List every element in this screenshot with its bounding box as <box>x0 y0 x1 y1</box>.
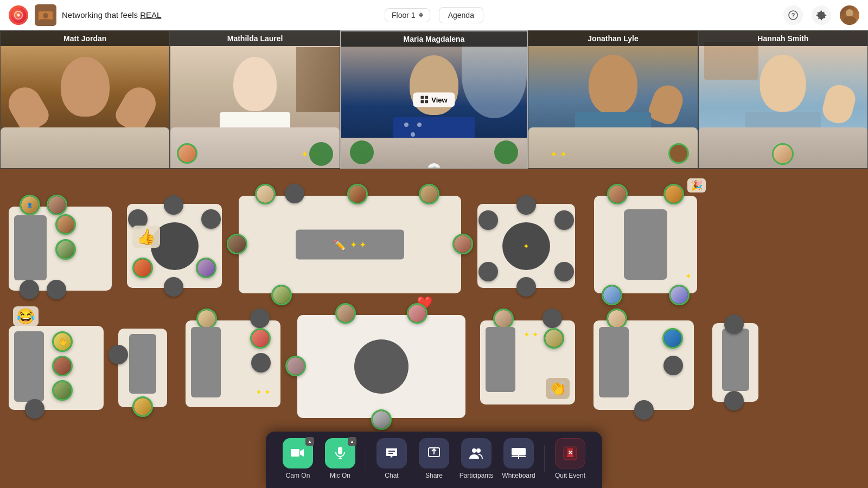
seat-t10-t1 <box>493 309 514 329</box>
table-7 <box>118 329 167 407</box>
chair-mathilda <box>309 142 333 166</box>
sparkle-t4: ✦ <box>523 242 529 251</box>
share-button[interactable] <box>419 438 449 468</box>
chat-button[interactable] <box>376 438 407 468</box>
surface-t5 <box>624 209 667 280</box>
cam-on-button[interactable]: ▲ <box>283 438 313 468</box>
toolbar-share[interactable]: Share <box>415 438 453 479</box>
seat-t6-r2 <box>52 356 73 376</box>
surface-t8 <box>191 327 221 397</box>
svg-rect-13 <box>425 100 428 104</box>
laugh-reaction-t6: 😂 <box>13 306 39 326</box>
agenda-button[interactable]: Agenda <box>439 7 483 23</box>
table-10: ✦ ✦ 👏 <box>480 320 575 404</box>
clap-reaction-t10: 👏 <box>546 378 570 399</box>
cam-chevron[interactable]: ▲ <box>305 437 314 446</box>
name-matt: Matt Jordan <box>1 31 169 46</box>
seat-t11-r2 <box>663 356 683 375</box>
seat-t6-r3 <box>52 380 73 401</box>
surface-t10 <box>486 327 515 392</box>
face-mathilda <box>233 57 277 111</box>
svg-point-1 <box>17 14 20 16</box>
participants-button[interactable] <box>461 438 492 468</box>
seat-t1-5 <box>20 280 39 299</box>
mini-av-face-mathilda <box>178 145 196 162</box>
settings-icon[interactable] <box>812 5 831 25</box>
app-logo[interactable] <box>9 5 28 25</box>
toolbar-cam-on[interactable]: ▲ Cam On <box>279 438 317 479</box>
desk-jonathan: ✦ ✦ <box>528 127 697 168</box>
seat-t1-6 <box>47 280 66 299</box>
dot1 <box>404 123 409 127</box>
surface-t12 <box>722 329 749 391</box>
user-avatar[interactable] <box>840 5 859 25</box>
name-hannah: Hannah Smith <box>699 31 867 46</box>
view-button[interactable]: View <box>413 92 455 107</box>
svg-point-9 <box>843 16 856 25</box>
event-thumbnail[interactable] <box>35 4 56 26</box>
art-hannah <box>704 42 758 80</box>
seat-t11-t1 <box>607 309 627 329</box>
toolbar-divider-2 <box>544 445 545 472</box>
quit-event-button[interactable] <box>555 438 585 468</box>
mic-on-label: Mic On <box>330 472 350 479</box>
event-title: Networking that feels REAL <box>62 10 161 20</box>
toolbar-mic-on[interactable]: ▲ Mic On <box>321 438 359 479</box>
surface-t6 <box>14 331 44 402</box>
toolbar-quit-event[interactable]: Quit Event <box>551 438 589 479</box>
seat-t10-r1 <box>544 328 564 349</box>
video-cell-matt: Matt Jordan <box>0 30 170 169</box>
seat-t5-b2 <box>669 285 690 305</box>
quit-event-label: Quit Event <box>555 472 585 479</box>
toolbar-chat[interactable]: Chat <box>373 438 411 479</box>
seat-t7-l <box>108 345 128 364</box>
seat-t6-b <box>25 399 44 419</box>
seat-t3-l <box>227 234 247 254</box>
seat-t9-l <box>285 356 306 376</box>
svg-text:?: ? <box>792 12 795 18</box>
seat-t3-t3 <box>347 184 368 204</box>
event-title-real: REAL <box>140 10 161 20</box>
seat-t3-b1 <box>271 285 292 305</box>
seat-t8-r1 <box>250 328 271 349</box>
help-icon[interactable]: ? <box>783 5 803 25</box>
desk-hannah <box>699 127 867 168</box>
floor-selector[interactable]: Floor 1 <box>385 8 430 22</box>
seat-t4-tl <box>478 210 498 230</box>
toolbar-participants[interactable]: Participants <box>457 438 495 479</box>
dot2 <box>417 123 422 127</box>
toolbar-divider-1 <box>366 445 366 472</box>
name-maria: Maria Magdalena <box>341 31 527 47</box>
svg-rect-10 <box>420 96 424 99</box>
mic-on-button[interactable]: ▲ <box>325 438 355 468</box>
mic-chevron[interactable]: ▲ <box>348 437 356 446</box>
toolbar-whiteboard[interactable]: Whiteboard <box>500 438 538 479</box>
thumbs-reaction-t2: 👍 <box>132 226 160 248</box>
table-4: ✦ <box>477 204 575 288</box>
seat-t5-t1 <box>607 184 628 204</box>
svg-rect-15 <box>338 447 342 454</box>
mini-av-jonathan <box>668 143 689 164</box>
seat-t1-4 <box>55 239 76 260</box>
seat-t8-t2 <box>250 309 270 328</box>
svg-rect-23 <box>512 448 526 455</box>
video-cell-hannah: Hannah Smith <box>698 30 868 169</box>
floor-arrow-down <box>419 15 423 17</box>
seat-t7-b <box>132 396 153 417</box>
table-9: ❤️ <box>297 315 465 418</box>
seat-t3-t1 <box>255 184 276 204</box>
topbar: Networking that feels REAL Floor 1 Agend… <box>0 0 868 30</box>
video-cell-jonathan: ✦ ✦ Jonathan Lyle <box>528 30 698 169</box>
whiteboard-button[interactable] <box>503 438 534 468</box>
chair-right-maria <box>494 140 518 164</box>
table-3: ✏️ ✦ ✦ <box>239 196 461 293</box>
face-matt <box>61 57 110 117</box>
sparkle-t5: ✦ <box>685 272 692 280</box>
seat-t10-t2 <box>542 309 562 328</box>
seat-t1-1: 👤 <box>20 195 40 215</box>
video-cell-mathilda: ✦ ✦ Mathilda Laurel <box>170 30 340 169</box>
table-11 <box>593 320 694 410</box>
seat-t5-b1 <box>602 285 622 305</box>
sparkle-t8: ✦ ✦ <box>256 388 271 396</box>
seat-t3-t4 <box>419 184 439 204</box>
